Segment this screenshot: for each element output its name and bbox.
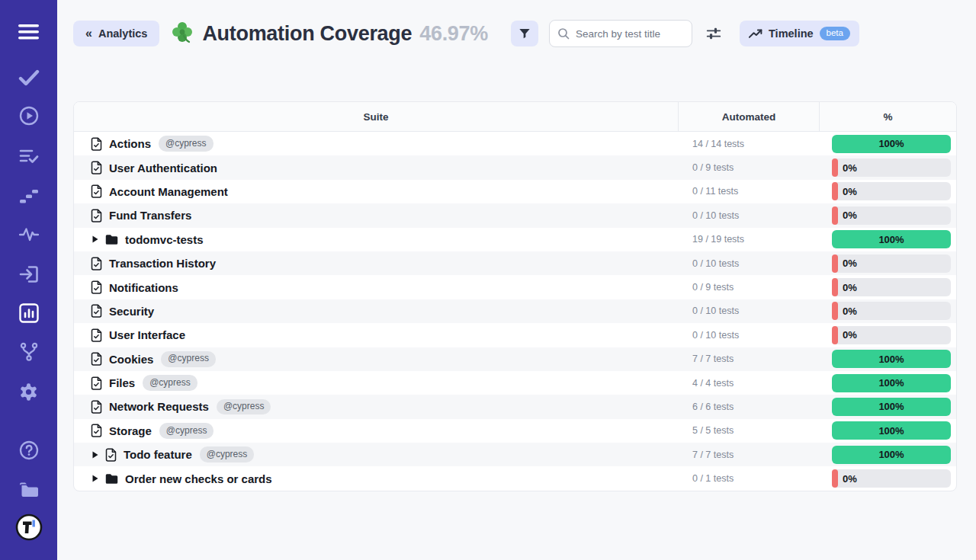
suite-cell: Order new checks or cards bbox=[74, 472, 678, 485]
percent-cell: 100% bbox=[819, 446, 956, 464]
coverage-bar: 0% bbox=[832, 182, 951, 200]
test-plans-icon[interactable] bbox=[0, 143, 57, 169]
automated-count: 4 / 4 tests bbox=[678, 378, 819, 389]
suite-row[interactable]: Storage@cypress5 / 5 tests100% bbox=[74, 419, 956, 443]
coverage-percent: 46.97% bbox=[419, 22, 488, 46]
coverage-bar-label: 100% bbox=[878, 377, 904, 389]
suite-row[interactable]: Account Management0 / 11 tests0% bbox=[74, 180, 956, 203]
timeline-button[interactable]: Timeline beta bbox=[740, 21, 859, 46]
back-to-analytics-button[interactable]: « Analytics bbox=[73, 21, 159, 46]
column-header-automated: Automated bbox=[678, 102, 819, 131]
back-button-label: Analytics bbox=[98, 27, 147, 40]
suite-cell: Transaction History bbox=[74, 257, 678, 270]
file-check-icon bbox=[91, 304, 102, 318]
file-icon-wrap bbox=[105, 448, 117, 462]
suite-row[interactable]: Actions@cypress14 / 14 tests100% bbox=[74, 132, 956, 155]
column-settings-button[interactable] bbox=[705, 25, 722, 42]
branches-icon[interactable] bbox=[0, 339, 57, 365]
percent-cell: 0% bbox=[819, 469, 956, 488]
suite-name: Fund Transfers bbox=[109, 209, 191, 222]
pulse-icon[interactable] bbox=[0, 222, 57, 248]
coverage-table: Suite Automated % Actions@cypress14 / 14… bbox=[73, 101, 957, 491]
suite-cell: Network Requests@cypress bbox=[74, 399, 678, 415]
suite-name: Notifications bbox=[109, 281, 178, 294]
coverage-bar: 100% bbox=[832, 446, 951, 464]
coverage-bar-label: 0% bbox=[843, 210, 857, 221]
search-input[interactable] bbox=[576, 28, 682, 40]
coverage-bar: 100% bbox=[832, 230, 951, 248]
percent-cell: 100% bbox=[819, 350, 956, 368]
timeline-label: Timeline bbox=[769, 27, 814, 40]
coverage-bar-fill bbox=[832, 182, 838, 200]
expand-caret[interactable] bbox=[92, 475, 98, 482]
suite-name: Files bbox=[109, 376, 135, 389]
percent-cell: 0% bbox=[819, 182, 956, 200]
percent-cell: 0% bbox=[819, 326, 956, 344]
file-check-icon bbox=[91, 161, 102, 174]
suite-row[interactable]: Order new checks or cards0 / 1 tests0% bbox=[74, 466, 956, 490]
tests-icon[interactable] bbox=[0, 65, 57, 91]
back-chevrons-icon: « bbox=[85, 27, 92, 40]
settings-icon[interactable] bbox=[0, 379, 57, 405]
file-check-icon bbox=[91, 400, 102, 414]
suite-row[interactable]: Notifications0 / 9 tests0% bbox=[74, 275, 956, 299]
import-icon[interactable] bbox=[0, 261, 57, 287]
percent-cell: 100% bbox=[819, 230, 956, 248]
filter-button[interactable] bbox=[511, 21, 538, 46]
suite-name: Network Requests bbox=[109, 400, 209, 413]
suite-row[interactable]: Transaction History0 / 10 tests0% bbox=[74, 251, 956, 275]
file-check-icon bbox=[91, 424, 102, 437]
coverage-bar: 0% bbox=[832, 158, 951, 177]
file-icon-wrap bbox=[91, 209, 102, 222]
logo[interactable] bbox=[0, 514, 57, 540]
table-body: Actions@cypress14 / 14 tests100%User Aut… bbox=[74, 132, 956, 491]
suite-cell: Todo feature@cypress bbox=[74, 446, 678, 462]
suite-row[interactable]: User Interface0 / 10 tests0% bbox=[74, 323, 956, 347]
percent-cell: 0% bbox=[819, 302, 956, 320]
suite-row[interactable]: User Authentication0 / 9 tests0% bbox=[74, 155, 956, 179]
file-check-icon bbox=[91, 352, 102, 366]
folder-icon bbox=[105, 473, 118, 485]
coverage-bar-fill bbox=[832, 206, 838, 225]
menu-icon[interactable] bbox=[0, 19, 57, 45]
suite-tag: @cypress bbox=[161, 351, 216, 367]
automated-count: 6 / 6 tests bbox=[678, 402, 819, 412]
file-icon-wrap bbox=[91, 328, 102, 342]
coverage-bar-label: 100% bbox=[878, 449, 904, 460]
help-icon[interactable] bbox=[0, 437, 57, 463]
folder-icon bbox=[105, 234, 118, 245]
suite-row[interactable]: Cookies@cypress7 / 7 tests100% bbox=[74, 347, 956, 371]
automated-count: 7 / 7 tests bbox=[678, 450, 819, 460]
coverage-bar-label: 100% bbox=[878, 138, 904, 149]
automated-count: 14 / 14 tests bbox=[678, 139, 819, 149]
projects-icon[interactable] bbox=[0, 477, 57, 503]
runs-icon[interactable] bbox=[0, 103, 57, 129]
file-check-icon bbox=[91, 209, 102, 222]
file-check-icon bbox=[91, 280, 102, 294]
file-check-icon bbox=[91, 328, 102, 342]
steps-icon[interactable] bbox=[0, 183, 57, 209]
sidebar bbox=[0, 0, 57, 560]
coverage-bar: 100% bbox=[832, 135, 951, 153]
caret-right-icon bbox=[92, 451, 98, 459]
suite-name: todomvc-tests bbox=[125, 233, 204, 246]
file-check-icon bbox=[105, 448, 117, 462]
suite-row[interactable]: Network Requests@cypress6 / 6 tests100% bbox=[74, 395, 956, 418]
suite-row[interactable]: Todo feature@cypress7 / 7 tests100% bbox=[74, 443, 956, 466]
file-icon-wrap bbox=[91, 352, 102, 366]
suite-row[interactable]: todomvc-tests19 / 19 tests100% bbox=[74, 228, 956, 251]
expand-caret[interactable] bbox=[92, 451, 98, 459]
automated-count: 0 / 10 tests bbox=[678, 210, 819, 221]
coverage-bar: 0% bbox=[832, 206, 951, 225]
coverage-bar-label: 0% bbox=[843, 306, 857, 317]
percent-cell: 100% bbox=[819, 135, 956, 153]
coverage-bar-label: 0% bbox=[843, 186, 857, 197]
expand-caret[interactable] bbox=[92, 235, 98, 243]
suite-row[interactable]: Files@cypress4 / 4 tests100% bbox=[74, 371, 956, 395]
file-icon-wrap bbox=[91, 400, 102, 414]
suite-row[interactable]: Security0 / 10 tests0% bbox=[74, 299, 956, 323]
percent-cell: 0% bbox=[819, 158, 956, 177]
suite-name: User Interface bbox=[109, 328, 185, 341]
suite-row[interactable]: Fund Transfers0 / 10 tests0% bbox=[74, 203, 956, 227]
analytics-icon[interactable] bbox=[0, 300, 57, 326]
